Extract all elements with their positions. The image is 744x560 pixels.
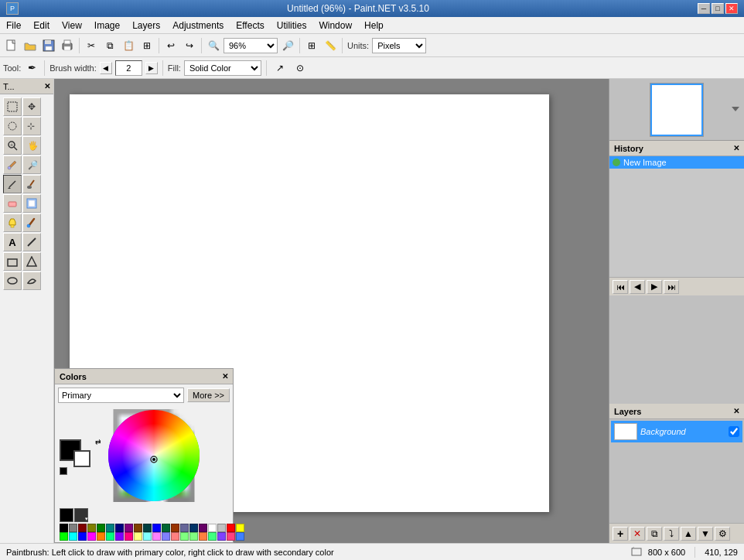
tool-move-pixels[interactable]: ✥ (22, 97, 41, 116)
layer-item[interactable]: Background (611, 421, 742, 442)
tool-paintbrush[interactable] (22, 175, 41, 193)
tool-eyedropper[interactable] (22, 213, 41, 232)
palette-color-cell[interactable] (134, 532, 142, 541)
palette-color-cell[interactable] (78, 524, 87, 532)
colors-panel-close[interactable]: ✕ (222, 372, 228, 381)
hardness-button[interactable]: ⊙ (292, 60, 309, 77)
tool-text[interactable]: A (3, 233, 22, 251)
palette-color-cell[interactable] (115, 524, 124, 532)
zoom-select[interactable]: Window 25% 50% 75% 96% 100% 150% 200% (224, 38, 278, 53)
move-layer-up-button[interactable]: ▲ (681, 527, 696, 541)
cut-button[interactable]: ✂ (83, 37, 100, 54)
layer-properties-button[interactable]: ⚙ (715, 527, 730, 541)
palette-color-cell[interactable] (171, 532, 179, 541)
secondary-swatch[interactable] (73, 450, 90, 467)
tool-line[interactable] (22, 233, 41, 251)
palette-color-cell[interactable] (106, 532, 114, 541)
brush-width-input[interactable] (115, 60, 142, 76)
palette-color-cell[interactable] (217, 524, 226, 532)
palette-color-cell[interactable] (69, 524, 77, 532)
move-layer-down-button[interactable]: ▼ (698, 527, 713, 541)
palette-color-cell[interactable] (189, 532, 198, 541)
print-button[interactable] (59, 37, 76, 54)
reset-colors-button[interactable] (60, 467, 67, 475)
tool-pencil[interactable] (3, 175, 22, 193)
swap-colors-button[interactable]: ⇄ (95, 438, 101, 446)
more-colors-button[interactable]: More >> (187, 388, 230, 402)
duplicate-layer-button[interactable]: ⧉ (647, 527, 662, 541)
tools-panel-close[interactable]: ✕ (44, 82, 50, 90)
palette-color-cell[interactable] (208, 532, 217, 541)
menu-edit[interactable]: Edit (27, 17, 56, 33)
menu-view[interactable]: View (56, 17, 88, 33)
palette-color-cell[interactable] (236, 524, 244, 532)
tool-eraser[interactable] (3, 194, 22, 213)
palette-color-cell[interactable] (115, 532, 124, 541)
save-button[interactable] (40, 37, 57, 54)
brush-width-increase[interactable]: ▶ (145, 62, 158, 74)
palette-color-cell[interactable] (152, 524, 161, 532)
history-last-button[interactable]: ⏭ (664, 280, 679, 294)
tool-freeform-shape[interactable] (22, 271, 41, 290)
delete-layer-button[interactable]: ✕ (630, 527, 645, 541)
palette-color-cell[interactable] (143, 524, 152, 532)
palette-color-cell[interactable] (208, 524, 217, 532)
palette-color-cell[interactable] (162, 524, 170, 532)
palette-color-cell[interactable] (60, 532, 68, 541)
zoom-in-button[interactable]: 🔎 (279, 37, 296, 54)
palette-color-cell[interactable] (152, 532, 161, 541)
minimize-button[interactable]: ─ (698, 3, 710, 14)
menu-window[interactable]: Window (312, 17, 358, 33)
palette-color-cell[interactable] (143, 532, 152, 541)
paste2-button[interactable]: ⊞ (138, 37, 155, 54)
history-next-button[interactable]: ▶ (647, 280, 662, 294)
zoom-out-button[interactable]: 🔍 (205, 37, 222, 54)
paste-button[interactable]: 📋 (120, 37, 137, 54)
palette-color-cell[interactable] (97, 524, 105, 532)
palette-color-cell[interactable] (134, 524, 142, 532)
copy-button[interactable]: ⧉ (101, 37, 118, 54)
tool-shapes2[interactable] (22, 252, 41, 271)
palette-color-cell[interactable] (199, 524, 207, 532)
new-button[interactable] (3, 37, 20, 54)
palette-color-cell[interactable] (125, 532, 133, 541)
palette-color-cell[interactable] (125, 524, 133, 532)
history-item[interactable]: New Image (609, 156, 744, 169)
menu-file[interactable]: File (0, 17, 27, 33)
tool-shapes[interactable] (3, 252, 22, 271)
palette-color-cell[interactable] (106, 524, 114, 532)
palette-color-cell[interactable] (217, 532, 226, 541)
tool-lasso[interactable] (3, 117, 22, 135)
palette-color-cell[interactable] (78, 532, 87, 541)
palette-color-cell[interactable] (87, 532, 96, 541)
palette-color-cell[interactable] (236, 532, 244, 541)
brush-width-decrease[interactable]: ◀ (100, 62, 112, 74)
menu-effects[interactable]: Effects (230, 17, 270, 33)
palette-color-cell[interactable] (227, 532, 235, 541)
menu-help[interactable]: Help (358, 17, 390, 33)
menu-utilities[interactable]: Utilities (271, 17, 313, 33)
color-extra-button[interactable]: ▾ (74, 508, 88, 522)
tool-magic-wand[interactable]: 🔎 (22, 155, 41, 174)
undo-button[interactable]: ↩ (162, 37, 179, 54)
palette-color-cell[interactable] (171, 524, 179, 532)
fill-select[interactable]: Solid Color No Fill Outline (184, 60, 261, 76)
layer-visibility-checkbox[interactable] (729, 426, 739, 437)
history-panel-close[interactable]: ✕ (733, 144, 739, 152)
redo-button[interactable]: ↪ (181, 37, 198, 54)
units-select[interactable]: Pixels Inches Centimeters Points (372, 38, 426, 53)
palette-color-cell[interactable] (180, 532, 189, 541)
maximize-button[interactable]: □ (712, 3, 724, 14)
palette-color-cell[interactable] (97, 532, 105, 541)
add-layer-button[interactable]: + (613, 527, 628, 541)
palette-color-cell[interactable] (227, 524, 235, 532)
palette-color-cell[interactable] (162, 532, 170, 541)
color-mode-select[interactable]: Primary Secondary (58, 388, 184, 403)
tool-zoom[interactable]: + (3, 136, 22, 155)
tool-clone-stamp[interactable] (22, 194, 41, 213)
ruler-button[interactable]: 📏 (322, 37, 339, 54)
menu-image[interactable]: Image (88, 17, 126, 33)
history-first-button[interactable]: ⏮ (613, 280, 628, 294)
layers-panel-close[interactable]: ✕ (733, 407, 739, 415)
tool-paint-bucket[interactable] (3, 213, 22, 232)
